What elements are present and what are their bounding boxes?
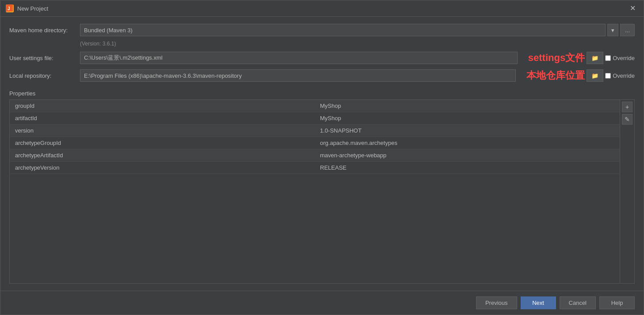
maven-home-row: Maven home directory: ▾ ... (9, 24, 635, 36)
local-repo-override-label: Override (613, 72, 635, 79)
local-repo-input-group: 本地仓库位置 📁 Override (80, 69, 635, 82)
user-settings-override-checkbox[interactable] (605, 55, 611, 61)
property-key: archetypeArtifactId (10, 149, 315, 162)
maven-home-browse[interactable]: ... (620, 24, 635, 36)
property-value: RELEASE (315, 162, 620, 174)
settings-annotation: settings文件 (528, 51, 585, 65)
property-value: maven-archetype-webapp (315, 149, 620, 162)
dialog-content: Maven home directory: ▾ ... (Version: 3.… (0, 17, 644, 291)
user-settings-browse[interactable]: 📁 (587, 52, 603, 64)
help-button[interactable]: Help (599, 296, 635, 309)
app-icon: J (6, 4, 14, 12)
edit-property-button[interactable]: ✎ (622, 114, 633, 125)
property-key: archetypeVersion (10, 162, 315, 174)
properties-table: groupIdMyShopartifactIdMyShopversion1.0-… (10, 100, 620, 283)
maven-home-input-group: ▾ ... (80, 24, 635, 36)
local-repo-override-group: Override (605, 72, 635, 79)
property-key: artifactId (10, 112, 315, 125)
user-settings-row: User settings file: settings文件 📁 Overrid… (9, 51, 635, 65)
next-button[interactable]: Next (521, 296, 556, 309)
maven-home-label: Maven home directory: (9, 27, 80, 34)
user-settings-label: User settings file: (9, 55, 80, 61)
property-value: MyShop (315, 112, 620, 125)
table-row[interactable]: groupIdMyShop (10, 100, 620, 112)
property-key: version (10, 125, 315, 137)
maven-home-input[interactable] (80, 24, 606, 36)
properties-label: Properties (9, 90, 635, 97)
local-repo-row: Local repository: 本地仓库位置 📁 Override (9, 69, 635, 82)
dialog-footer: Previous Next Cancel Help (0, 291, 644, 315)
property-value: MyShop (315, 100, 620, 112)
local-repo-annotation: 本地仓库位置 (526, 69, 585, 82)
close-button[interactable]: ✕ (627, 4, 638, 13)
table-row[interactable]: artifactIdMyShop (10, 112, 620, 125)
table-row[interactable]: archetypeGroupIdorg.apache.maven.archety… (10, 137, 620, 149)
previous-button[interactable]: Previous (476, 296, 517, 309)
svg-text:J: J (8, 6, 10, 11)
user-settings-input[interactable] (80, 52, 518, 64)
title-bar: J New Project ✕ (0, 0, 644, 17)
folder-icon-2: 📁 (591, 72, 598, 79)
dialog-title: New Project (17, 5, 48, 12)
local-repo-input[interactable] (80, 69, 516, 82)
local-repo-browse[interactable]: 📁 (587, 69, 603, 82)
maven-home-dropdown[interactable]: ▾ (607, 24, 618, 36)
local-repo-label: Local repository: (9, 72, 80, 79)
properties-section: Properties groupIdMyShopartifactIdMyShop… (9, 90, 635, 284)
property-key: groupId (10, 100, 315, 112)
table-row[interactable]: version1.0-SNAPSHOT (10, 125, 620, 137)
local-repo-override-checkbox[interactable] (605, 73, 611, 79)
add-property-button[interactable]: + (622, 102, 633, 112)
table-row[interactable]: archetypeVersionRELEASE (10, 162, 620, 174)
table-actions: + ✎ (620, 100, 634, 283)
new-project-dialog: J New Project ✕ Maven home directory: ▾ … (0, 0, 644, 315)
user-settings-override-group: Override (605, 55, 635, 61)
property-value: 1.0-SNAPSHOT (315, 125, 620, 137)
user-settings-override-label: Override (613, 55, 635, 61)
folder-icon: 📁 (591, 55, 598, 61)
version-note: (Version: 3.6.1) (9, 41, 635, 47)
cancel-button[interactable]: Cancel (560, 296, 596, 309)
table-row[interactable]: archetypeArtifactIdmaven-archetype-webap… (10, 149, 620, 162)
title-bar-left: J New Project (6, 4, 48, 12)
property-key: archetypeGroupId (10, 137, 315, 149)
property-value: org.apache.maven.archetypes (315, 137, 620, 149)
properties-table-wrapper: groupIdMyShopartifactIdMyShopversion1.0-… (9, 99, 635, 284)
user-settings-input-group: settings文件 📁 Override (80, 51, 635, 65)
